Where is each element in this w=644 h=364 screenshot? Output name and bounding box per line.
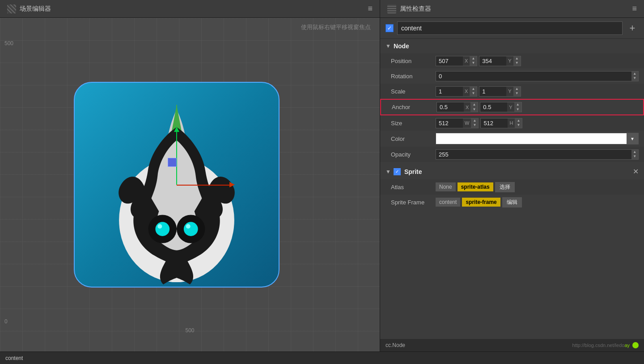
rotation-input[interactable]	[436, 72, 631, 81]
transform-x-arrow	[229, 182, 235, 187]
anchor-x-spinner: ▲ ▼	[470, 102, 478, 112]
atlas-select-button[interactable]: 选择	[495, 182, 515, 192]
size-row: Size W ▲ ▼ H ▲	[380, 115, 644, 131]
inspector-body[interactable]: ▼ Node Position X ▲ ▼	[380, 39, 644, 339]
anchor-x-input-group: X ▲ ▼	[436, 102, 478, 112]
blog-url: http://blog.csdn.net/ledoay	[572, 343, 630, 348]
sprite-section-close[interactable]: ✕	[633, 167, 639, 176]
transform-x-axis	[177, 185, 230, 186]
scene-hint: 使用鼠标右键平移视窗焦点	[301, 23, 371, 31]
anchor-label: Anchor	[392, 104, 436, 110]
scene-editor-menu-icon[interactable]: ≡	[368, 4, 373, 13]
scale-x-input-group: X ▲ ▼	[436, 86, 477, 97]
atlas-row: Atlas None sprite-atlas 选择	[380, 179, 644, 195]
position-y-input[interactable]	[479, 56, 506, 66]
color-picker[interactable]: ▼	[436, 133, 639, 144]
position-x-up-btn[interactable]: ▲	[470, 56, 477, 61]
rotation-up-btn[interactable]: ▲	[631, 72, 638, 76]
scale-controls: X ▲ ▼ Y ▲ ▼	[436, 86, 639, 97]
cc-node-label: cc.Node	[386, 342, 405, 348]
atlas-controls: None sprite-atlas 选择	[436, 182, 639, 192]
scene-editor-tab[interactable]: 场景编辑器 ≡	[0, 0, 380, 17]
anchor-controls: X ▲ ▼ Y ▲ ▼	[436, 102, 638, 112]
transform-y-arrow	[174, 127, 179, 132]
sprite-section-checkbox[interactable]	[394, 168, 401, 175]
scale-y-axis: Y	[506, 87, 513, 96]
scale-x-spinner: ▲ ▼	[470, 87, 477, 96]
canvas-container	[74, 82, 280, 288]
anchor-x-down-btn[interactable]: ▼	[470, 107, 478, 112]
size-h-input[interactable]	[481, 119, 508, 128]
sprite-box[interactable]	[74, 82, 280, 288]
opacity-input[interactable]	[436, 150, 631, 159]
scale-y-down-btn[interactable]: ▼	[513, 91, 521, 96]
add-component-button[interactable]: +	[626, 22, 639, 34]
atlas-label: Atlas	[391, 184, 436, 190]
sprite-section-header[interactable]: ▼ Sprite ✕	[380, 164, 644, 179]
top-bar: 场景编辑器 ≡ 属性检查器 ≡	[0, 0, 644, 18]
sprite-frame-content: content	[436, 198, 460, 207]
position-y-axis: Y	[506, 56, 513, 66]
position-x-axis: X	[463, 56, 470, 66]
grid-label-500-bottom: 500	[185, 327, 194, 334]
opacity-input-group: ▲ ▼	[436, 149, 639, 160]
inspector-header: +	[380, 18, 644, 39]
color-controls: ▼	[436, 133, 639, 144]
size-w-up-btn[interactable]: ▲	[471, 119, 478, 123]
opacity-up-btn[interactable]: ▲	[631, 150, 638, 155]
size-h-up-btn[interactable]: ▲	[515, 119, 522, 123]
blog-url-text: http://blog.csdn.net/ledo	[572, 343, 625, 348]
scale-y-up-btn[interactable]: ▲	[513, 87, 521, 92]
scale-x-down-btn[interactable]: ▼	[470, 91, 477, 96]
anchor-x-input[interactable]	[437, 102, 464, 112]
anchor-row: Anchor X ▲ ▼ Y ▲	[380, 99, 644, 115]
size-h-down-btn[interactable]: ▼	[515, 123, 522, 128]
node-active-checkbox[interactable]	[386, 24, 394, 32]
anchor-y-down-btn[interactable]: ▼	[514, 107, 521, 112]
anchor-y-input-group: Y ▲ ▼	[480, 102, 521, 112]
inspector-panel: + ▼ Node Position X ▲ ▼	[380, 18, 644, 351]
anchor-y-up-btn[interactable]: ▲	[514, 102, 521, 107]
anchor-x-axis: X	[464, 102, 470, 112]
rotation-label: Rotation	[391, 73, 436, 80]
inspector-title: 属性检查器	[400, 5, 431, 13]
inspector-menu-icon[interactable]: ≡	[632, 4, 637, 13]
grid-label-0: 0	[4, 318, 8, 325]
position-x-input[interactable]	[436, 56, 463, 66]
rotation-down-btn[interactable]: ▼	[631, 76, 638, 81]
anchor-y-input[interactable]	[480, 102, 507, 112]
sprite-frame-edit-button[interactable]: 编辑	[502, 197, 522, 207]
sprite-frame-label: Sprite Frame	[391, 199, 436, 206]
opacity-down-btn[interactable]: ▼	[631, 154, 638, 159]
position-x-down-btn[interactable]: ▼	[470, 61, 477, 66]
scale-y-input[interactable]	[479, 87, 506, 96]
color-dropdown-arrow[interactable]: ▼	[627, 133, 638, 144]
sprite-frame-badge: sprite-frame	[462, 198, 500, 207]
sprite-section-title: Sprite	[404, 168, 422, 175]
scene-area[interactable]: 使用鼠标右键平移视窗焦点 500	[0, 18, 380, 351]
rotation-controls: ▲ ▼	[436, 71, 639, 81]
svg-point-5	[155, 222, 169, 236]
node-name-input[interactable]	[397, 21, 623, 35]
transform-center-box	[168, 158, 177, 167]
inspector-tab[interactable]: 属性检查器 ≡	[380, 0, 644, 17]
anchor-x-up-btn[interactable]: ▲	[470, 102, 478, 107]
status-node-name: content	[5, 355, 23, 361]
size-w-input[interactable]	[436, 119, 463, 128]
anchor-y-spinner: ▲ ▼	[514, 102, 521, 112]
scale-x-input[interactable]	[436, 87, 463, 96]
size-label: Size	[391, 120, 436, 127]
size-h-axis: H	[508, 119, 515, 128]
sprite-section-arrow: ▼	[386, 169, 391, 175]
cc-node-bar: cc.Node http://blog.csdn.net/ledoay	[380, 339, 644, 351]
position-y-down-btn[interactable]: ▼	[513, 61, 521, 66]
atlas-badge: sprite-atlas	[458, 182, 493, 191]
rotation-input-group: ▲ ▼	[436, 71, 639, 81]
size-h-spinner: ▲ ▼	[515, 119, 522, 128]
position-y-up-btn[interactable]: ▲	[513, 56, 521, 61]
size-w-down-btn[interactable]: ▼	[471, 123, 478, 128]
main-content: 使用鼠标右键平移视窗焦点 500	[0, 18, 644, 351]
node-section-header[interactable]: ▼ Node	[380, 39, 644, 53]
scale-x-up-btn[interactable]: ▲	[470, 87, 477, 92]
scale-x-axis: X	[463, 87, 470, 96]
